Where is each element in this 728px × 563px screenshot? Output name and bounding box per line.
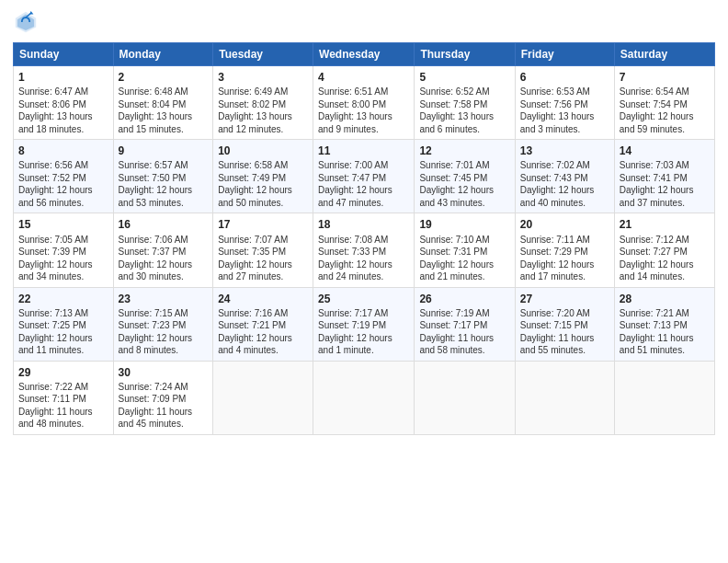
- calendar-cell: 8Sunrise: 6:56 AMSunset: 7:52 PMDaylight…: [14, 140, 114, 213]
- calendar-cell: 30Sunrise: 7:24 AMSunset: 7:09 PMDayligh…: [113, 361, 213, 434]
- day-number: 13: [520, 144, 609, 158]
- calendar-cell: 1Sunrise: 6:47 AMSunset: 8:06 PMDaylight…: [14, 66, 114, 140]
- calendar-cell: 29Sunrise: 7:22 AMSunset: 7:11 PMDayligh…: [14, 361, 114, 434]
- calendar-cell: 17Sunrise: 7:07 AMSunset: 7:35 PMDayligh…: [213, 213, 313, 287]
- day-number: 9: [119, 144, 209, 158]
- day-number: 2: [119, 70, 209, 85]
- day-number: 14: [620, 144, 710, 158]
- calendar-cell: 2Sunrise: 6:48 AMSunset: 8:04 PMDaylight…: [113, 66, 213, 140]
- day-number: 12: [419, 144, 509, 158]
- weekday-header: Saturday: [614, 43, 714, 66]
- day-number: 3: [218, 70, 308, 85]
- calendar-cell: 5Sunrise: 6:52 AMSunset: 7:58 PMDaylight…: [415, 66, 515, 140]
- weekday-header: Monday: [113, 43, 213, 66]
- calendar-cell: 20Sunrise: 7:11 AMSunset: 7:29 PMDayligh…: [515, 213, 614, 287]
- day-number: 29: [18, 365, 108, 380]
- day-number: 24: [218, 292, 308, 306]
- day-number: 10: [218, 144, 308, 158]
- calendar-cell: 22Sunrise: 7:13 AMSunset: 7:25 PMDayligh…: [14, 287, 114, 361]
- calendar-cell: 19Sunrise: 7:10 AMSunset: 7:31 PMDayligh…: [415, 213, 515, 287]
- calendar-cell: [213, 361, 313, 434]
- calendar-cell: [614, 361, 714, 434]
- calendar-week-row: 1Sunrise: 6:47 AMSunset: 8:06 PMDaylight…: [14, 66, 715, 140]
- day-number: 20: [520, 217, 609, 232]
- header: [13, 9, 715, 35]
- day-number: 27: [520, 292, 609, 306]
- calendar-cell: [415, 361, 515, 434]
- calendar-cell: 13Sunrise: 7:02 AMSunset: 7:43 PMDayligh…: [515, 140, 614, 213]
- day-number: 25: [318, 292, 409, 306]
- calendar-cell: 23Sunrise: 7:15 AMSunset: 7:23 PMDayligh…: [113, 287, 213, 361]
- weekday-header: Sunday: [14, 43, 114, 66]
- calendar-cell: 9Sunrise: 6:57 AMSunset: 7:50 PMDaylight…: [113, 140, 213, 213]
- calendar-cell: 3Sunrise: 6:49 AMSunset: 8:02 PMDaylight…: [213, 66, 313, 140]
- calendar-week-row: 8Sunrise: 6:56 AMSunset: 7:52 PMDaylight…: [14, 140, 715, 213]
- calendar-cell: 21Sunrise: 7:12 AMSunset: 7:27 PMDayligh…: [614, 213, 714, 287]
- calendar-cell: 10Sunrise: 6:58 AMSunset: 7:49 PMDayligh…: [213, 140, 313, 213]
- day-number: 18: [318, 217, 409, 232]
- calendar-cell: 7Sunrise: 6:54 AMSunset: 7:54 PMDaylight…: [614, 66, 714, 140]
- day-number: 28: [620, 292, 710, 306]
- day-number: 7: [620, 70, 710, 85]
- day-number: 6: [520, 70, 609, 85]
- day-number: 30: [119, 365, 209, 380]
- weekday-header: Wednesday: [313, 43, 415, 66]
- day-number: 15: [18, 217, 108, 232]
- svg-marker-2: [29, 11, 33, 15]
- day-number: 21: [620, 217, 710, 232]
- weekday-header: Friday: [515, 43, 614, 66]
- logo-icon: [13, 9, 39, 35]
- day-number: 8: [18, 144, 108, 158]
- calendar-cell: 18Sunrise: 7:08 AMSunset: 7:33 PMDayligh…: [313, 213, 415, 287]
- calendar-cell: 4Sunrise: 6:51 AMSunset: 8:00 PMDaylight…: [313, 66, 415, 140]
- day-number: 23: [119, 292, 209, 306]
- calendar-header-row: SundayMondayTuesdayWednesdayThursdayFrid…: [14, 43, 715, 66]
- calendar-cell: 25Sunrise: 7:17 AMSunset: 7:19 PMDayligh…: [313, 287, 415, 361]
- calendar-cell: 26Sunrise: 7:19 AMSunset: 7:17 PMDayligh…: [415, 287, 515, 361]
- day-number: 26: [419, 292, 509, 306]
- logo: [13, 9, 42, 35]
- day-number: 19: [419, 217, 509, 232]
- calendar-week-row: 15Sunrise: 7:05 AMSunset: 7:39 PMDayligh…: [14, 213, 715, 287]
- weekday-header: Tuesday: [213, 43, 313, 66]
- calendar-cell: 27Sunrise: 7:20 AMSunset: 7:15 PMDayligh…: [515, 287, 614, 361]
- calendar-cell: 11Sunrise: 7:00 AMSunset: 7:47 PMDayligh…: [313, 140, 415, 213]
- page: SundayMondayTuesdayWednesdayThursdayFrid…: [0, 0, 728, 563]
- day-number: 1: [18, 70, 108, 85]
- calendar-week-row: 29Sunrise: 7:22 AMSunset: 7:11 PMDayligh…: [14, 361, 715, 434]
- calendar-cell: 16Sunrise: 7:06 AMSunset: 7:37 PMDayligh…: [113, 213, 213, 287]
- calendar-cell: 15Sunrise: 7:05 AMSunset: 7:39 PMDayligh…: [14, 213, 114, 287]
- day-number: 4: [318, 70, 409, 85]
- day-number: 5: [419, 70, 509, 85]
- day-number: 22: [18, 292, 108, 306]
- calendar-cell: 24Sunrise: 7:16 AMSunset: 7:21 PMDayligh…: [213, 287, 313, 361]
- calendar-cell: 6Sunrise: 6:53 AMSunset: 7:56 PMDaylight…: [515, 66, 614, 140]
- calendar-table: SundayMondayTuesdayWednesdayThursdayFrid…: [13, 42, 715, 435]
- calendar-week-row: 22Sunrise: 7:13 AMSunset: 7:25 PMDayligh…: [14, 287, 715, 361]
- calendar-cell: 14Sunrise: 7:03 AMSunset: 7:41 PMDayligh…: [614, 140, 714, 213]
- calendar-cell: 28Sunrise: 7:21 AMSunset: 7:13 PMDayligh…: [614, 287, 714, 361]
- day-number: 17: [218, 217, 308, 232]
- calendar-cell: [515, 361, 614, 434]
- calendar-cell: [313, 361, 415, 434]
- day-number: 16: [119, 217, 209, 232]
- day-number: 11: [318, 144, 409, 158]
- weekday-header: Thursday: [415, 43, 515, 66]
- calendar-cell: 12Sunrise: 7:01 AMSunset: 7:45 PMDayligh…: [415, 140, 515, 213]
